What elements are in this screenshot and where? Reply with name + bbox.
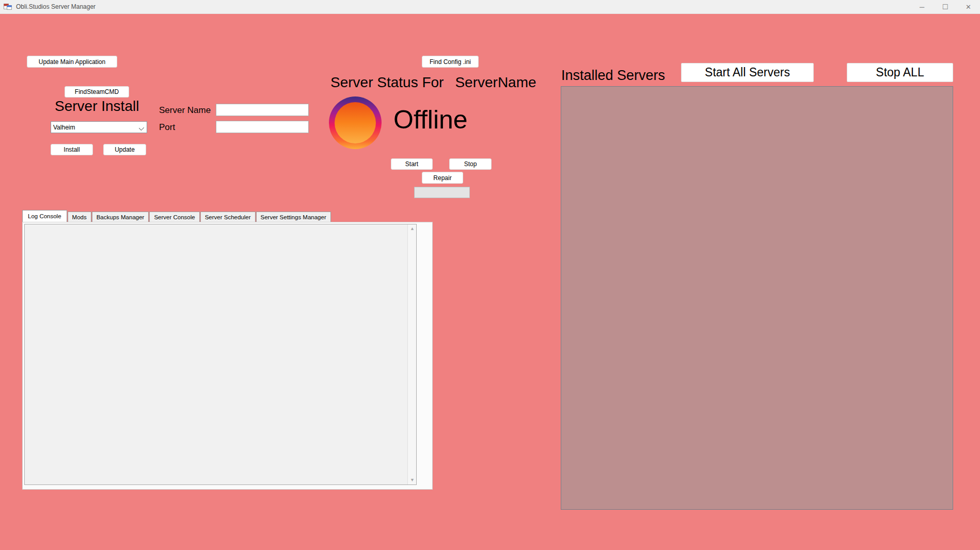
start-all-servers-button[interactable]: Start All Servers [681, 63, 814, 82]
tab-strip: Log Console Mods Backups Manager Server … [22, 210, 331, 222]
window-controls: ─ ☐ ✕ [910, 0, 980, 14]
install-button[interactable]: Install [51, 144, 93, 155]
minimize-icon[interactable]: ─ [910, 0, 934, 14]
chevron-down-icon [139, 125, 144, 131]
tab-server-console[interactable]: Server Console [149, 212, 199, 222]
server-name-label: Server Name [159, 105, 211, 116]
tab-mods[interactable]: Mods [68, 212, 91, 222]
repair-button[interactable]: Repair [422, 172, 463, 184]
window-title: Obli.Studios Server Manager [16, 3, 96, 10]
console-scrollbar[interactable]: ▲ ▼ [407, 224, 416, 484]
game-select-dropdown[interactable]: Valheim [51, 121, 147, 133]
update-main-application-button[interactable]: Update Main Application [27, 56, 117, 68]
server-status-heading-servername: ServerName [455, 74, 536, 91]
stop-all-button[interactable]: Stop ALL [847, 63, 953, 82]
app-icon [4, 3, 12, 11]
scroll-down-icon[interactable]: ▼ [408, 476, 417, 484]
update-button[interactable]: Update [103, 144, 146, 155]
titlebar: Obli.Studios Server Manager ─ ☐ ✕ [0, 0, 980, 14]
status-indicator-inner [335, 102, 376, 143]
server-status-heading-prefix: Server Status For [330, 74, 444, 91]
server-status-heading: Server Status For ServerName [330, 74, 536, 91]
server-name-input[interactable] [216, 104, 309, 116]
find-config-ini-button[interactable]: Find Config .ini [422, 56, 479, 68]
stop-button[interactable]: Stop [449, 158, 492, 170]
tab-backups-manager[interactable]: Backups Manager [92, 212, 149, 222]
port-label: Port [159, 122, 175, 133]
app-window: { "window": { "title": "Obli.Studios Ser… [0, 0, 980, 550]
installed-servers-list[interactable] [561, 86, 953, 510]
find-steamcmd-button[interactable]: FindSteamCMD [65, 86, 129, 98]
game-select-value: Valheim [53, 124, 75, 131]
server-progress-bar [414, 187, 470, 198]
server-install-heading: Server Install [55, 98, 139, 115]
installed-servers-heading: Installed Servers [561, 68, 665, 84]
status-indicator-icon [329, 96, 382, 149]
port-input[interactable] [216, 121, 309, 133]
start-button[interactable]: Start [391, 158, 433, 170]
maximize-icon[interactable]: ☐ [934, 0, 957, 14]
tab-log-console[interactable]: Log Console [22, 210, 67, 222]
tab-server-settings-manager[interactable]: Server Settings Manager [256, 212, 331, 222]
close-icon[interactable]: ✕ [957, 0, 980, 14]
tab-server-scheduler[interactable]: Server Scheduler [200, 212, 256, 222]
status-state-label: Offline [393, 105, 468, 135]
log-console-textbox[interactable]: ▲ ▼ [24, 224, 417, 485]
scroll-up-icon[interactable]: ▲ [408, 224, 417, 233]
